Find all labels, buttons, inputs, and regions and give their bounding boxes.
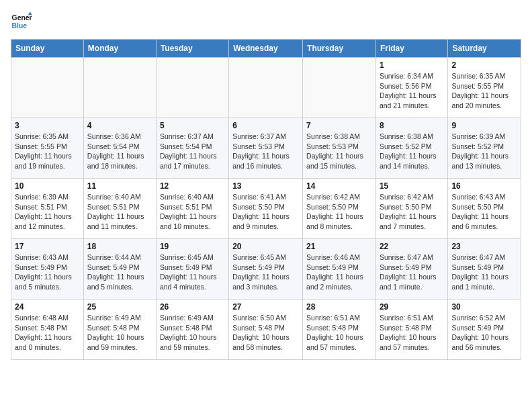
day-number: 30 bbox=[451, 302, 517, 312]
day-number: 5 bbox=[160, 121, 225, 130]
logo-icon: General Blue bbox=[11, 11, 32, 32]
calendar-cell bbox=[83, 58, 156, 118]
calendar-cell bbox=[11, 58, 84, 118]
day-number: 10 bbox=[15, 181, 80, 191]
calendar-cell: 9Sunrise: 6:39 AMSunset: 5:52 PMDaylight… bbox=[448, 118, 521, 179]
day-info: Sunrise: 6:45 AMSunset: 5:49 PMDaylight:… bbox=[232, 253, 299, 292]
calendar-cell: 2Sunrise: 6:35 AMSunset: 5:55 PMDaylight… bbox=[448, 58, 521, 118]
calendar-cell: 8Sunrise: 6:38 AMSunset: 5:52 PMDaylight… bbox=[375, 118, 447, 179]
calendar-cell: 10Sunrise: 6:39 AMSunset: 5:51 PMDayligh… bbox=[11, 179, 84, 239]
calendar-cell: 30Sunrise: 6:52 AMSunset: 5:49 PMDayligh… bbox=[448, 300, 521, 360]
day-info: Sunrise: 6:47 AMSunset: 5:49 PMDaylight:… bbox=[451, 253, 517, 292]
calendar-cell: 27Sunrise: 6:50 AMSunset: 5:48 PMDayligh… bbox=[229, 300, 303, 360]
day-number: 6 bbox=[232, 121, 299, 130]
calendar-cell: 12Sunrise: 6:40 AMSunset: 5:51 PMDayligh… bbox=[156, 179, 228, 239]
day-info: Sunrise: 6:48 AMSunset: 5:48 PMDaylight:… bbox=[15, 313, 80, 353]
day-number: 27 bbox=[232, 302, 299, 312]
day-number: 11 bbox=[87, 181, 152, 191]
day-info: Sunrise: 6:37 AMSunset: 5:54 PMDaylight:… bbox=[160, 132, 225, 171]
calendar-cell: 15Sunrise: 6:42 AMSunset: 5:50 PMDayligh… bbox=[375, 179, 447, 239]
day-number: 2 bbox=[451, 60, 517, 70]
calendar-cell bbox=[229, 58, 303, 118]
calendar-cell: 18Sunrise: 6:44 AMSunset: 5:49 PMDayligh… bbox=[83, 239, 156, 300]
day-info: Sunrise: 6:50 AMSunset: 5:48 PMDaylight:… bbox=[232, 313, 299, 353]
day-info: Sunrise: 6:43 AMSunset: 5:50 PMDaylight:… bbox=[451, 192, 517, 232]
calendar-cell: 28Sunrise: 6:51 AMSunset: 5:48 PMDayligh… bbox=[303, 300, 376, 360]
weekday-header-wednesday: Wednesday bbox=[229, 40, 303, 58]
day-info: Sunrise: 6:52 AMSunset: 5:49 PMDaylight:… bbox=[451, 313, 517, 353]
svg-text:Blue: Blue bbox=[12, 22, 28, 30]
calendar-body: 1Sunrise: 6:34 AMSunset: 5:56 PMDaylight… bbox=[11, 58, 521, 360]
day-number: 21 bbox=[306, 242, 372, 251]
calendar-cell: 6Sunrise: 6:37 AMSunset: 5:53 PMDaylight… bbox=[229, 118, 303, 179]
week-row-4: 17Sunrise: 6:43 AMSunset: 5:49 PMDayligh… bbox=[11, 239, 521, 300]
day-number: 24 bbox=[15, 302, 80, 312]
weekday-header-row: SundayMondayTuesdayWednesdayThursdayFrid… bbox=[11, 40, 521, 58]
day-number: 9 bbox=[451, 121, 517, 130]
day-info: Sunrise: 6:38 AMSunset: 5:52 PMDaylight:… bbox=[380, 132, 444, 171]
day-info: Sunrise: 6:46 AMSunset: 5:49 PMDaylight:… bbox=[306, 253, 372, 292]
logo: General Blue bbox=[11, 11, 35, 32]
day-number: 16 bbox=[451, 181, 517, 191]
weekday-header-saturday: Saturday bbox=[448, 40, 521, 58]
day-info: Sunrise: 6:39 AMSunset: 5:51 PMDaylight:… bbox=[15, 192, 80, 232]
day-number: 4 bbox=[87, 121, 152, 130]
day-info: Sunrise: 6:42 AMSunset: 5:50 PMDaylight:… bbox=[380, 192, 444, 232]
weekday-header-sunday: Sunday bbox=[11, 40, 84, 58]
svg-marker-2 bbox=[28, 12, 32, 15]
day-number: 23 bbox=[451, 242, 517, 251]
calendar-cell: 3Sunrise: 6:35 AMSunset: 5:55 PMDaylight… bbox=[11, 118, 84, 179]
calendar-cell: 26Sunrise: 6:49 AMSunset: 5:48 PMDayligh… bbox=[156, 300, 228, 360]
day-info: Sunrise: 6:51 AMSunset: 5:48 PMDaylight:… bbox=[306, 313, 372, 353]
calendar-cell: 19Sunrise: 6:45 AMSunset: 5:49 PMDayligh… bbox=[156, 239, 228, 300]
day-info: Sunrise: 6:35 AMSunset: 5:55 PMDaylight:… bbox=[15, 132, 80, 171]
day-info: Sunrise: 6:45 AMSunset: 5:49 PMDaylight:… bbox=[160, 253, 225, 292]
calendar-cell: 25Sunrise: 6:49 AMSunset: 5:48 PMDayligh… bbox=[83, 300, 156, 360]
day-number: 19 bbox=[160, 242, 225, 251]
day-number: 8 bbox=[380, 121, 444, 130]
calendar-cell: 22Sunrise: 6:47 AMSunset: 5:49 PMDayligh… bbox=[375, 239, 447, 300]
page-header: General Blue bbox=[11, 11, 521, 32]
weekday-header-thursday: Thursday bbox=[303, 40, 376, 58]
calendar-cell: 4Sunrise: 6:36 AMSunset: 5:54 PMDaylight… bbox=[83, 118, 156, 179]
day-number: 20 bbox=[232, 242, 299, 251]
calendar-cell: 17Sunrise: 6:43 AMSunset: 5:49 PMDayligh… bbox=[11, 239, 84, 300]
day-number: 22 bbox=[380, 242, 444, 251]
day-info: Sunrise: 6:38 AMSunset: 5:53 PMDaylight:… bbox=[306, 132, 372, 171]
calendar-cell: 1Sunrise: 6:34 AMSunset: 5:56 PMDaylight… bbox=[375, 58, 447, 118]
day-number: 25 bbox=[87, 302, 152, 312]
day-info: Sunrise: 6:42 AMSunset: 5:50 PMDaylight:… bbox=[306, 192, 372, 232]
weekday-header-friday: Friday bbox=[375, 40, 447, 58]
day-info: Sunrise: 6:34 AMSunset: 5:56 PMDaylight:… bbox=[380, 71, 444, 111]
day-info: Sunrise: 6:49 AMSunset: 5:48 PMDaylight:… bbox=[87, 313, 152, 353]
day-info: Sunrise: 6:49 AMSunset: 5:48 PMDaylight:… bbox=[160, 313, 225, 353]
week-row-2: 3Sunrise: 6:35 AMSunset: 5:55 PMDaylight… bbox=[11, 118, 521, 179]
calendar-cell: 21Sunrise: 6:46 AMSunset: 5:49 PMDayligh… bbox=[303, 239, 376, 300]
calendar-table: SundayMondayTuesdayWednesdayThursdayFrid… bbox=[11, 39, 521, 360]
day-info: Sunrise: 6:44 AMSunset: 5:49 PMDaylight:… bbox=[87, 253, 152, 292]
day-number: 1 bbox=[380, 60, 444, 70]
day-number: 14 bbox=[306, 181, 372, 191]
calendar-cell: 11Sunrise: 6:40 AMSunset: 5:51 PMDayligh… bbox=[83, 179, 156, 239]
day-number: 26 bbox=[160, 302, 225, 312]
day-info: Sunrise: 6:37 AMSunset: 5:53 PMDaylight:… bbox=[232, 132, 299, 171]
day-info: Sunrise: 6:35 AMSunset: 5:55 PMDaylight:… bbox=[451, 71, 517, 111]
day-info: Sunrise: 6:41 AMSunset: 5:50 PMDaylight:… bbox=[232, 192, 299, 232]
day-info: Sunrise: 6:40 AMSunset: 5:51 PMDaylight:… bbox=[160, 192, 225, 232]
calendar-cell: 20Sunrise: 6:45 AMSunset: 5:49 PMDayligh… bbox=[229, 239, 303, 300]
day-number: 3 bbox=[15, 121, 80, 130]
calendar-cell: 13Sunrise: 6:41 AMSunset: 5:50 PMDayligh… bbox=[229, 179, 303, 239]
calendar-cell: 29Sunrise: 6:51 AMSunset: 5:48 PMDayligh… bbox=[375, 300, 447, 360]
day-number: 18 bbox=[87, 242, 152, 251]
day-number: 29 bbox=[380, 302, 444, 312]
week-row-3: 10Sunrise: 6:39 AMSunset: 5:51 PMDayligh… bbox=[11, 179, 521, 239]
day-number: 12 bbox=[160, 181, 225, 191]
day-info: Sunrise: 6:47 AMSunset: 5:49 PMDaylight:… bbox=[380, 253, 444, 292]
weekday-header-tuesday: Tuesday bbox=[156, 40, 228, 58]
day-info: Sunrise: 6:36 AMSunset: 5:54 PMDaylight:… bbox=[87, 132, 152, 171]
week-row-5: 24Sunrise: 6:48 AMSunset: 5:48 PMDayligh… bbox=[11, 300, 521, 360]
day-number: 13 bbox=[232, 181, 299, 191]
week-row-1: 1Sunrise: 6:34 AMSunset: 5:56 PMDaylight… bbox=[11, 58, 521, 118]
day-info: Sunrise: 6:40 AMSunset: 5:51 PMDaylight:… bbox=[87, 192, 152, 232]
calendar-cell: 16Sunrise: 6:43 AMSunset: 5:50 PMDayligh… bbox=[448, 179, 521, 239]
